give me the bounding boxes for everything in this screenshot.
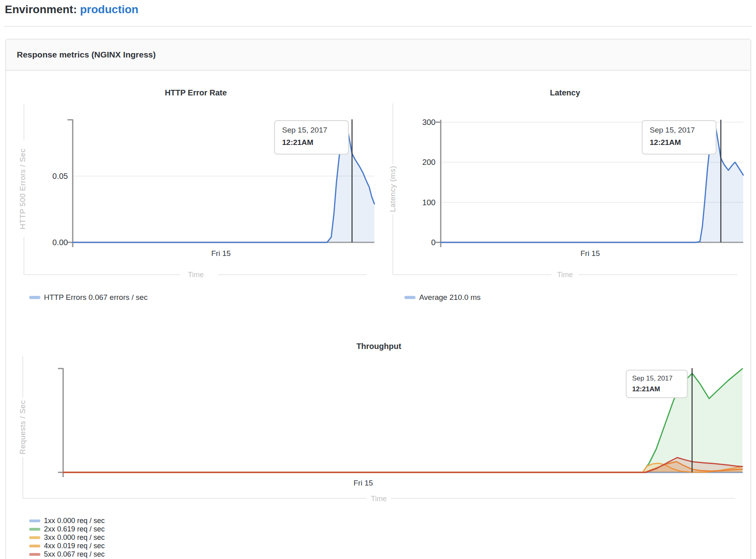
legend-item-2xx: 2xx 0.619 req / sec	[29, 525, 105, 533]
legend-swatch	[29, 545, 40, 547]
error-rate-chart-title: HTTP Error Rate	[116, 88, 276, 97]
error-rate-x-axis-label: Time	[156, 271, 236, 279]
environment-label: Environment:	[5, 3, 77, 16]
latency-y-axis-label: Latency (ms)	[388, 121, 398, 257]
legend-label: 5xx 0.067 req / sec	[44, 550, 105, 559]
legend-swatch	[404, 296, 416, 299]
legend-item-1xx: 1xx 0.000 req / sec	[29, 517, 105, 525]
latency-plot-area[interactable]	[441, 119, 743, 242]
throughput-y-axis-label: Requests / Sec	[18, 359, 28, 495]
latency-legend: Average 210.0 ms	[404, 293, 481, 302]
metrics-page: Environment: production Response metrics…	[0, 0, 756, 559]
legend-item-4xx: 4xx 0.019 req / sec	[29, 542, 105, 550]
error-rate-x-tick: Fri 15	[181, 249, 261, 258]
legend-swatch	[29, 528, 40, 531]
throughput-plot-area[interactable]	[63, 368, 742, 472]
error-rate-y-axis-label: HTTP 500 Errors / Sec	[18, 121, 28, 257]
environment-link[interactable]: production	[80, 3, 138, 16]
error_rate-y-tick-label: 0.05	[32, 171, 68, 181]
latency-y-tick-label: 100	[400, 197, 436, 208]
legend-label: HTTP Errors 0.067 errors / sec	[44, 293, 147, 302]
legend-swatch	[29, 536, 40, 539]
legend-item-3xx: 3xx 0.000 req / sec	[29, 533, 105, 542]
latency-x-tick: Fri 15	[550, 249, 630, 258]
legend-item-5xx: 5xx 0.067 req / sec	[29, 550, 105, 559]
legend-label: 2xx 0.619 req / sec	[44, 525, 105, 533]
latency-y-tick-label: 0	[400, 237, 436, 248]
legend-label: 3xx 0.000 req / sec	[44, 533, 105, 542]
error-rate-legend: HTTP Errors 0.067 errors / sec	[29, 293, 147, 302]
error_rate-y-tick-label: 0.00	[32, 237, 68, 248]
error-rate-plot-area[interactable]	[73, 119, 374, 242]
legend-label: 1xx 0.000 req / sec	[44, 517, 105, 525]
legend-label: Average 210.0 ms	[419, 293, 481, 302]
throughput-x-axis-label: Time	[339, 495, 419, 503]
latency-y-tick-label: 300	[400, 117, 436, 127]
throughput-legend: 1xx 0.000 req / sec2xx 0.619 req / sec3x…	[29, 517, 105, 559]
legend-swatch	[29, 519, 40, 522]
page-title: Environment: production	[5, 3, 138, 16]
latency-y-tick-label: 200	[400, 157, 436, 167]
latency-x-axis-label: Time	[525, 271, 605, 279]
divider	[4, 26, 752, 27]
legend-swatch	[29, 553, 40, 556]
legend-swatch	[29, 296, 40, 299]
legend-label: 4xx 0.019 req / sec	[44, 542, 105, 550]
panel-title: Response metrics (NGINX Ingress)	[17, 50, 156, 59]
latency-chart-title: Latency	[485, 88, 645, 97]
throughput-x-tick: Fri 15	[323, 479, 403, 488]
panel-header: Response metrics (NGINX Ingress)	[6, 40, 750, 71]
throughput-chart-title: Throughput	[299, 342, 459, 351]
